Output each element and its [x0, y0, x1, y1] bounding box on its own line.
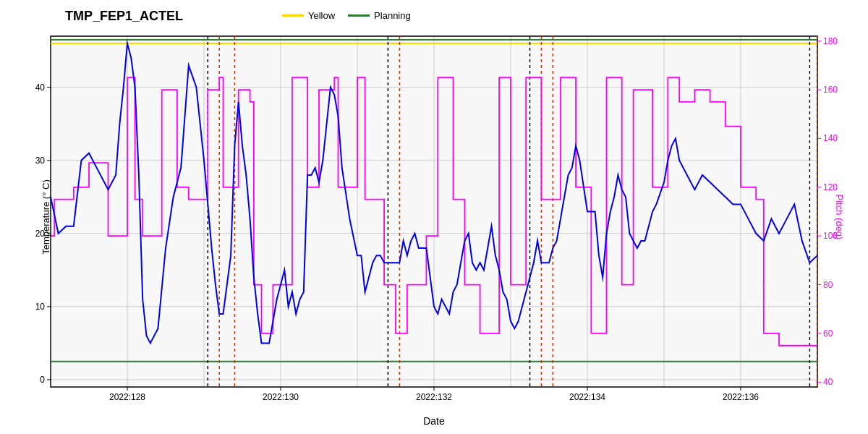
y-left-label: Temperature (° C): [41, 179, 51, 254]
planning-line-icon: [348, 14, 370, 17]
y-right-label: Pitch (deg): [834, 195, 845, 240]
yellow-label: Yellow: [308, 10, 335, 21]
legend-yellow: Yellow: [282, 10, 335, 21]
chart-title: TMP_FEP1_ACTEL: [65, 9, 183, 24]
legend-planning: Planning: [348, 10, 411, 21]
x-axis-label: Date: [423, 415, 445, 427]
chart-container: TMP_FEP1_ACTEL Yellow Planning Date Temp…: [0, 0, 868, 434]
yellow-line-icon: [282, 14, 304, 17]
legend: Yellow Planning: [282, 10, 411, 21]
planning-label: Planning: [374, 10, 411, 21]
